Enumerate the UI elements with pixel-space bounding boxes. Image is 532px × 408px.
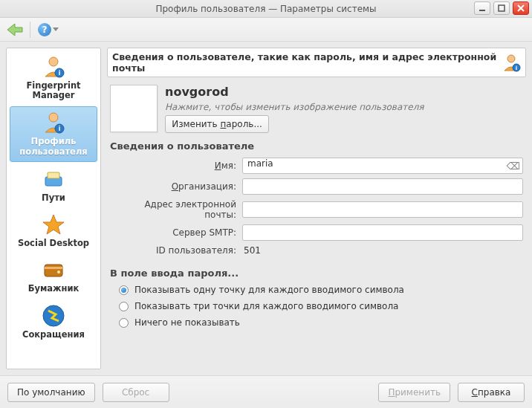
smtp-field[interactable]: [242, 224, 523, 241]
content-pane: Сведения о пользователе, такие как парол…: [107, 48, 526, 369]
email-label: Адрес электронной почты:: [110, 199, 236, 220]
help-button[interactable]: Справка: [458, 383, 525, 402]
name-field[interactable]: maria ⌫: [242, 158, 523, 174]
svg-rect-0: [479, 10, 485, 11]
svg-text:i: i: [59, 126, 61, 132]
svg-text:i: i: [59, 70, 61, 77]
sidebar-item-label: Fingerprint Manager: [11, 81, 96, 100]
svg-point-7: [49, 113, 58, 122]
sidebar-item-fingerprint[interactable]: i Fingerprint Manager: [10, 51, 97, 105]
titlebar: Профиль пользователя — Параметры системы: [0, 0, 532, 18]
password-option-three-dots[interactable]: Показывать три точки для каждого вводимо…: [119, 301, 523, 311]
sidebar-item-label: Social Desktop: [18, 239, 89, 248]
change-password-button[interactable]: Изменить пароль...: [165, 115, 269, 133]
profile-header: novgorod Нажмите, чтобы изменить изображ…: [107, 82, 526, 133]
main-area: i Fingerprint Manager i Профиль пользова…: [0, 42, 532, 375]
toolbar-separator: [30, 22, 30, 38]
reset-label: Сброс: [122, 387, 149, 398]
smtp-label: Сервер SMTP:: [110, 227, 236, 238]
org-field[interactable]: [242, 178, 523, 195]
user-details-title: Сведения о пользователе: [107, 137, 526, 152]
password-option-none[interactable]: Ничего не показывать: [119, 317, 523, 328]
reset-button[interactable]: Сброс: [103, 383, 169, 402]
password-options-group: Показывать одну точку для каждого вводим…: [107, 283, 526, 328]
svg-rect-13: [45, 267, 62, 269]
name-value: maria: [247, 158, 273, 169]
radio-icon: [119, 285, 129, 295]
svg-point-16: [507, 55, 515, 62]
name-label: Имя:: [110, 161, 236, 171]
user-profile-icon: i: [41, 110, 66, 135]
svg-rect-1: [499, 5, 505, 11]
sidebar-item-label: Пути: [42, 193, 65, 203]
wallet-icon: [41, 257, 66, 282]
radio-label: Ничего не показывать: [134, 317, 240, 328]
sidebar-item-user-profile[interactable]: i Профиль пользователя: [10, 106, 97, 161]
sidebar-item-label: Сокращения: [22, 330, 85, 340]
avatar-hint: Нажмите, чтобы изменить изображение поль…: [165, 102, 523, 112]
svg-rect-11: [48, 172, 59, 178]
help-label: Справка: [472, 387, 511, 398]
help-dropdown[interactable]: ?: [35, 22, 62, 38]
maximize-button[interactable]: [493, 1, 510, 15]
user-details-form: Имя: maria ⌫ Организация: Адрес электрон…: [107, 156, 526, 260]
window-title: Профиль пользователя — Параметры системы: [155, 4, 376, 14]
shortcuts-icon: [41, 303, 66, 328]
defaults-label: По умолчанию: [17, 387, 85, 398]
info-banner: Сведения о пользователе, такие как парол…: [107, 48, 526, 77]
sidebar: i Fingerprint Manager i Профиль пользова…: [6, 48, 101, 369]
paths-icon: [41, 166, 66, 192]
username: novgorod: [165, 85, 523, 99]
sidebar-item-label: Бумажник: [28, 284, 80, 294]
avatar[interactable]: [110, 85, 158, 132]
org-label: Организация:: [110, 181, 236, 192]
close-button[interactable]: [513, 1, 529, 15]
help-icon: ?: [38, 23, 51, 36]
banner-text: Сведения о пользователе, такие как парол…: [112, 51, 502, 74]
apply-button[interactable]: Применить: [378, 383, 450, 402]
radio-icon: [119, 318, 129, 328]
back-button[interactable]: [4, 22, 25, 38]
profile-info: novgorod Нажмите, чтобы изменить изображ…: [165, 85, 523, 133]
password-options-title: В поле ввода пароля...: [107, 265, 526, 279]
defaults-button[interactable]: По умолчанию: [7, 383, 95, 402]
sidebar-item-wallet[interactable]: Бумажник: [10, 254, 97, 298]
userid-label: ID пользователя:: [110, 245, 236, 256]
userid-value: 501: [242, 245, 261, 256]
minimize-button[interactable]: [474, 1, 490, 15]
svg-text:i: i: [516, 65, 517, 71]
sidebar-item-shortcuts[interactable]: Сокращения: [10, 300, 97, 344]
radio-icon: [119, 302, 129, 311]
apply-label: Применить: [388, 387, 441, 398]
change-password-label: Изменить пароль...: [172, 119, 262, 129]
svg-rect-12: [45, 265, 62, 276]
radio-label: Показывать одну точку для каждого вводим…: [134, 285, 404, 295]
chevron-down-icon: [53, 27, 59, 31]
user-finger-icon: i: [41, 54, 66, 80]
sidebar-item-paths[interactable]: Пути: [10, 163, 97, 207]
sidebar-item-social-desktop[interactable]: Social Desktop: [10, 209, 97, 253]
window-controls: [474, 1, 529, 15]
svg-point-4: [49, 57, 58, 66]
radio-label: Показывать три точки для каждого вводимо…: [134, 301, 398, 311]
bottom-bar: По умолчанию Сброс Применить Справка: [0, 375, 532, 408]
svg-point-14: [57, 271, 60, 273]
sidebar-item-label: Профиль пользователя: [12, 137, 95, 156]
toolbar: ?: [0, 18, 532, 42]
email-field[interactable]: [242, 201, 523, 218]
clear-name-button[interactable]: ⌫: [507, 160, 519, 172]
banner-user-icon: i: [502, 53, 521, 72]
star-icon: [41, 212, 66, 237]
password-option-one-dot[interactable]: Показывать одну точку для каждого вводим…: [119, 285, 523, 295]
